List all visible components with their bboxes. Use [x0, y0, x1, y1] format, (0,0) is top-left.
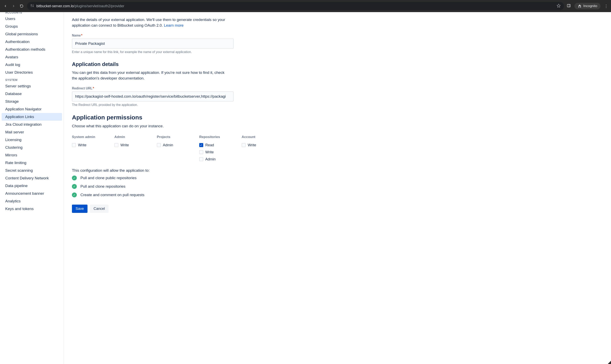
cancel-button[interactable]: Cancel: [90, 205, 109, 213]
sidebar-item[interactable]: Global permissions: [0, 30, 64, 38]
permission-option[interactable]: Admin: [199, 157, 223, 161]
back-button[interactable]: [3, 3, 8, 9]
sidebar-item[interactable]: Application Links: [2, 113, 62, 121]
permission-option-label: Admin: [163, 143, 173, 147]
sidebar-item[interactable]: Avatars: [0, 53, 64, 61]
permission-column: ProjectsAdmin: [157, 135, 181, 161]
capability-item: ✓Pull and clone public repositories: [72, 176, 603, 180]
sidebar-item[interactable]: Announcement banner: [0, 190, 64, 197]
sidebar-section-header: SYSTEM: [0, 76, 64, 82]
capabilities-intro: This configuration will allow the applic…: [72, 168, 603, 173]
resize-corner: [608, 361, 611, 364]
checkbox-icon[interactable]: ✓: [199, 143, 203, 147]
site-settings-icon[interactable]: [30, 4, 34, 8]
permission-option[interactable]: Write: [114, 143, 139, 147]
forward-button[interactable]: [11, 3, 16, 9]
bookmark-star-icon[interactable]: [557, 4, 561, 9]
redirect-url-field: Redirect URL* The Redirect URL provided …: [72, 87, 234, 107]
permission-option-label: Write: [120, 143, 129, 147]
name-field: Name* Enter a unique name for this link,…: [72, 34, 234, 54]
permission-column-head: System admin: [72, 135, 96, 139]
app-details-desc: You can get this data from your external…: [72, 70, 230, 81]
address-bar[interactable]: bitbucket-server.com.lo/plugins/servlet/…: [27, 2, 564, 10]
permission-column-head: Projects: [157, 135, 181, 139]
permission-option[interactable]: Write: [199, 150, 223, 154]
checkbox-icon[interactable]: [157, 143, 161, 147]
sidebar-item[interactable]: Mail server: [0, 128, 64, 136]
sidebar-item[interactable]: Authentication methods: [0, 46, 64, 53]
svg-rect-7: [567, 4, 570, 7]
check-circle-icon: ✓: [72, 193, 77, 197]
browser-menu-icon[interactable]: ⋮: [604, 4, 608, 9]
permissions-heading: Application permissions: [72, 114, 603, 121]
permission-option[interactable]: ✓Read: [199, 143, 223, 147]
sidebar-item[interactable]: Jira Cloud integration: [0, 121, 64, 128]
sidebar-item[interactable]: Users: [0, 15, 64, 23]
permission-option-label: Read: [205, 143, 214, 147]
permissions-desc: Choose what this application can do on y…: [72, 123, 230, 129]
permission-option[interactable]: Admin: [157, 143, 181, 147]
sidebar-item[interactable]: Server settings: [0, 82, 64, 90]
main-content: Add the details of your external applica…: [64, 12, 611, 364]
side-panel-icon[interactable]: [567, 4, 571, 9]
checkbox-icon[interactable]: [114, 143, 118, 147]
sidebar-item[interactable]: Mirrors: [0, 151, 64, 159]
svg-point-0: [31, 5, 31, 5]
sidebar-item[interactable]: Licensing: [0, 136, 64, 144]
sidebar-item[interactable]: Database: [0, 90, 64, 98]
sidebar-item[interactable]: Content Delivery Network: [0, 174, 64, 182]
checkbox-icon[interactable]: [199, 157, 203, 161]
sidebar-item[interactable]: Clustering: [0, 144, 64, 151]
sidebar-item[interactable]: Groups: [0, 23, 64, 30]
sidebar-section-header: ACCOUNTS: [0, 12, 64, 15]
reload-button[interactable]: [19, 3, 24, 9]
capability-label: Create and comment on pull requests: [80, 193, 144, 197]
incognito-badge[interactable]: Incognito: [574, 3, 600, 9]
redirect-url-help: The Redirect URL provided by the applica…: [72, 103, 234, 107]
checkbox-icon[interactable]: [242, 143, 246, 147]
browser-chrome: bitbucket-server.com.lo/plugins/servlet/…: [0, 0, 611, 12]
sidebar-item[interactable]: Storage: [0, 98, 64, 105]
admin-sidebar: ACCOUNTSUsersGroupsGlobal permissionsAut…: [0, 12, 64, 364]
permission-column-head: Admin: [114, 135, 139, 139]
permission-column: AdminWrite: [114, 135, 139, 161]
permission-option[interactable]: Write: [242, 143, 266, 147]
sidebar-item[interactable]: Application Navigator: [0, 105, 64, 113]
permission-option-label: Write: [248, 143, 256, 147]
capability-label: Pull and clone repositories: [80, 184, 125, 189]
learn-more-link[interactable]: Learn more: [164, 23, 183, 27]
sidebar-item[interactable]: Rate limiting: [0, 159, 64, 167]
svg-point-3: [33, 6, 33, 7]
sidebar-item[interactable]: Data pipeline: [0, 182, 64, 190]
checkbox-icon[interactable]: [199, 150, 203, 154]
name-help: Enter a unique name for this link, for e…: [72, 50, 234, 54]
intro-text: Add the details of your external applica…: [72, 17, 230, 28]
save-button[interactable]: Save: [72, 205, 87, 213]
permission-option[interactable]: Write: [72, 143, 96, 147]
permission-option-label: Write: [78, 143, 86, 147]
sidebar-item[interactable]: Analytics: [0, 197, 64, 205]
checkbox-icon[interactable]: [72, 143, 76, 147]
capability-item: ✓Pull and clone repositories: [72, 184, 603, 189]
permission-column-head: Account: [242, 135, 266, 139]
permissions-grid: System adminWriteAdminWriteProjectsAdmin…: [72, 135, 603, 161]
permission-option-label: Write: [205, 150, 214, 154]
sidebar-item[interactable]: User Directories: [0, 69, 64, 76]
svg-marker-6: [557, 4, 560, 7]
permission-column: AccountWrite: [242, 135, 266, 161]
permission-option-label: Admin: [205, 157, 216, 161]
name-input[interactable]: [72, 39, 234, 49]
sidebar-item[interactable]: Authentication: [0, 38, 64, 46]
permission-column-head: Repositories: [199, 135, 223, 139]
capability-item: ✓Create and comment on pull requests: [72, 193, 603, 197]
permission-column: System adminWrite: [72, 135, 96, 161]
sidebar-item[interactable]: Secret scanning: [0, 167, 64, 174]
capabilities-list: ✓Pull and clone public repositories✓Pull…: [72, 176, 603, 197]
sidebar-item[interactable]: Audit log: [0, 61, 64, 69]
app-details-heading: Application details: [72, 61, 603, 67]
sidebar-item[interactable]: Keys and tokens: [0, 205, 64, 213]
check-circle-icon: ✓: [72, 176, 77, 180]
redirect-url-input[interactable]: [72, 91, 234, 102]
check-circle-icon: ✓: [72, 184, 77, 189]
url-display: bitbucket-server.com.lo/plugins/servlet/…: [36, 4, 124, 8]
